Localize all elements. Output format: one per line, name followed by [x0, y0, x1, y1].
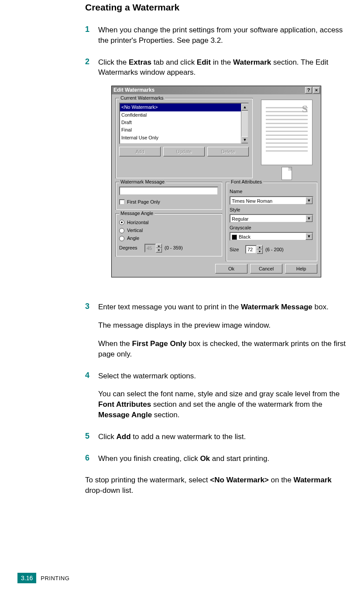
step-body: Click the Extras tab and click Edit in t…: [98, 57, 351, 291]
page-number: 3.16: [17, 573, 36, 583]
help-button[interactable]: Help: [285, 264, 317, 273]
first-page-only-checkbox[interactable]: [119, 199, 125, 205]
step-text: The message displays in the preview imag…: [98, 320, 351, 331]
step-text: Select the watermark options.: [98, 371, 351, 381]
step-6: 6 When you finish creating, click Ok and…: [85, 454, 351, 464]
chevron-down-icon: ▼: [306, 233, 312, 240]
step-5: 5 Click Add to add a new watermark to th…: [85, 432, 351, 442]
spin-down-icon[interactable]: ▼: [156, 248, 162, 253]
step-text: Enter text message you want to print in …: [98, 302, 351, 312]
update-button[interactable]: Update: [163, 147, 205, 156]
section-heading: Creating a Watermark: [85, 2, 351, 13]
vertical-radio[interactable]: [119, 228, 124, 233]
size-spinner[interactable]: 72 ▲▼: [245, 245, 263, 254]
step-num: 5: [85, 432, 98, 442]
radio-label: Horizontal: [127, 219, 149, 226]
font-attributes-group: Font Attributes Name Times New Roman▼ St…: [226, 182, 317, 261]
color-swatch-icon: [232, 235, 237, 240]
name-label: Name: [230, 188, 313, 195]
group-label: Watermark Message: [119, 179, 166, 185]
step-body: Enter text message you want to print in …: [98, 302, 351, 359]
degrees-range: (0 - 359): [165, 245, 183, 251]
preview-page: S: [261, 100, 312, 165]
step-body: Select the watermark options. You can se…: [98, 371, 351, 420]
close-icon[interactable]: ×: [313, 87, 320, 93]
dialog-titlebar: Edit Watermarks ? ×: [112, 86, 321, 94]
group-label: Current Watermarks: [119, 95, 165, 101]
list-item[interactable]: <No Watermark>: [120, 104, 248, 111]
ok-button[interactable]: Ok: [215, 264, 247, 273]
help-icon[interactable]: ?: [305, 87, 312, 93]
step-num: 1: [85, 25, 98, 46]
step-1: 1 When you change the print settings fro…: [85, 25, 351, 46]
scrollbar[interactable]: ▲ ▼: [241, 104, 248, 143]
step-text: Click the Extras tab and click Edit in t…: [98, 57, 351, 78]
watermarks-listbox[interactable]: <No Watermark> Confidential Draft Final …: [119, 103, 249, 144]
chevron-down-icon: ▼: [306, 215, 312, 222]
list-item[interactable]: Final: [120, 126, 248, 134]
step-num: 6: [85, 454, 98, 464]
group-label: Font Attributes: [230, 179, 263, 185]
step-text: You can select the font name, style and …: [98, 389, 351, 420]
scroll-down-icon[interactable]: ▼: [241, 136, 248, 143]
preview-thumb-icon: [282, 167, 292, 180]
font-name-dropdown[interactable]: Times New Roman▼: [230, 196, 313, 205]
list-item[interactable]: Draft: [120, 119, 248, 126]
closing-paragraph: To stop printing the watermark, select <…: [85, 475, 351, 496]
cancel-button[interactable]: Cancel: [250, 264, 282, 273]
spin-up-icon[interactable]: ▲: [257, 245, 263, 249]
grayscale-label: Grayscale: [230, 225, 313, 231]
font-style-dropdown[interactable]: Regular▼: [230, 214, 313, 223]
size-range: (6 - 200): [265, 246, 284, 253]
angle-radio[interactable]: [119, 236, 124, 241]
chevron-down-icon: ▼: [306, 197, 312, 204]
group-label: Message Angle: [119, 210, 155, 217]
scroll-up-icon[interactable]: ▲: [241, 104, 248, 111]
style-label: Style: [230, 207, 313, 213]
preview-pane: S: [256, 98, 317, 182]
radio-label: Vertical: [127, 227, 143, 234]
step-body: When you finish creating, click Ok and s…: [98, 454, 351, 464]
page-footer: 3.16 PRINTING: [17, 573, 69, 583]
size-label: Size: [230, 246, 243, 253]
spin-down-icon[interactable]: ▼: [257, 249, 263, 254]
message-angle-group: Message Angle Horizontal Vertical Angle …: [115, 213, 222, 256]
list-item[interactable]: Internal Use Only: [120, 134, 248, 142]
horizontal-radio[interactable]: [119, 220, 124, 225]
step-2: 2 Click the Extras tab and click Edit in…: [85, 57, 351, 291]
degrees-label: Degrees: [119, 245, 142, 251]
step-num: 2: [85, 57, 98, 291]
preview-s-icon: S: [302, 102, 308, 117]
spin-up-icon[interactable]: ▲: [156, 244, 162, 248]
step-text: Click Add to add a new watermark to the …: [98, 432, 351, 442]
edit-watermarks-dialog: Edit Watermarks ? × Current Watermarks <…: [111, 86, 321, 277]
footer-label: PRINTING: [41, 575, 69, 582]
degrees-spinner[interactable]: 45 ▲▼: [144, 244, 162, 253]
step-num: 4: [85, 371, 98, 420]
step-text: When you finish creating, click Ok and s…: [98, 454, 351, 464]
step-text: When you change the print settings from …: [98, 25, 351, 46]
grayscale-dropdown[interactable]: Black▼: [230, 232, 313, 241]
step-body: Click Add to add a new watermark to the …: [98, 432, 351, 442]
watermark-message-input[interactable]: [119, 187, 218, 195]
step-text: When the First Page Only box is checked,…: [98, 339, 351, 360]
checkbox-label: First Page Only: [127, 199, 160, 205]
add-button[interactable]: Add: [119, 147, 161, 156]
step-body: When you change the print settings from …: [98, 25, 351, 46]
dialog-title: Edit Watermarks: [113, 87, 155, 94]
radio-label: Angle: [127, 235, 139, 242]
list-item[interactable]: Preliminary: [120, 142, 248, 144]
list-item[interactable]: Confidential: [120, 111, 248, 119]
delete-button[interactable]: Delete: [207, 147, 249, 156]
watermark-message-group: Watermark Message First Page Only: [115, 182, 222, 209]
current-watermarks-group: Current Watermarks <No Watermark> Confid…: [115, 98, 253, 178]
step-3: 3 Enter text message you want to print i…: [85, 302, 351, 359]
step-4: 4 Select the watermark options. You can …: [85, 371, 351, 420]
step-num: 3: [85, 302, 98, 359]
